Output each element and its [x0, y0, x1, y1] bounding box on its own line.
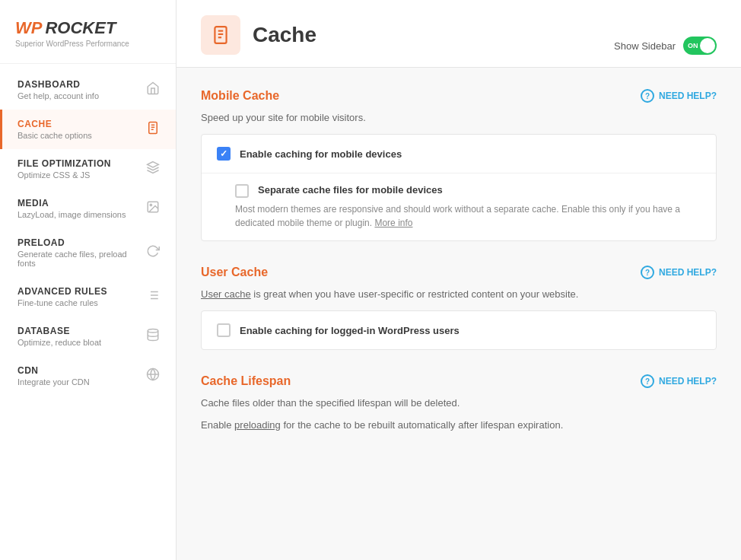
enable-logged-in-caching-row: Enable caching for logged-in WordPress u…	[202, 311, 716, 349]
mobile-cache-header: Mobile Cache ? NEED HELP?	[201, 89, 717, 103]
logo-tagline: Superior WordPress Performance	[15, 40, 161, 48]
sidebar-item-media[interactable]: MEDIA LazyLoad, image dimensions	[0, 189, 176, 228]
sidebar-item-cdn[interactable]: CDN Integrate your CDN	[0, 356, 176, 396]
database-icon	[145, 328, 161, 345]
separate-cache-mobile-checkbox[interactable]	[235, 184, 249, 198]
enable-mobile-caching-checkbox[interactable]	[217, 147, 231, 161]
main-header: Cache Show Sidebar ON	[177, 0, 741, 68]
rules-icon	[145, 288, 161, 305]
svg-marker-4	[148, 162, 159, 168]
cache-lifespan-enable-text: Enable	[201, 419, 234, 431]
user-cache-desc-rest: is great when you have user-specific or …	[251, 288, 579, 300]
logo-rocket: ROCKET	[45, 18, 116, 38]
sidebar-item-database[interactable]: DATABASE Optimize, reduce bloat	[0, 317, 176, 356]
nav-items: DASHBOARD Get help, account info CACHE B…	[0, 64, 176, 560]
sidebar-item-dashboard[interactable]: DASHBOARD Get help, account info	[0, 70, 176, 110]
cache-lifespan-header: Cache Lifespan ? NEED HELP?	[201, 374, 717, 388]
nav-title-preload: PRELOAD	[17, 237, 145, 248]
toggle-thumb	[700, 38, 715, 53]
home-icon	[145, 81, 161, 98]
logo-wp: WP	[15, 18, 42, 38]
help-circle-icon: ?	[641, 89, 654, 103]
cache-icon	[145, 121, 161, 138]
sidebar-item-advanced-rules[interactable]: ADVANCED RULES Fine-tune cache rules	[0, 277, 176, 317]
content-area: Mobile Cache ? NEED HELP? Speed up your …	[177, 68, 741, 560]
sidebar: WP ROCKET Superior WordPress Performance…	[0, 0, 177, 560]
sidebar-item-file-optimization[interactable]: FILE OPTIMIZATION Optimize CSS & JS	[0, 149, 176, 189]
svg-point-6	[150, 204, 151, 205]
user-cache-link[interactable]: User cache	[201, 288, 251, 300]
separate-cache-sub-row: Separate cache files for mobile devices …	[202, 173, 716, 240]
header-right: Show Sidebar ON	[614, 37, 717, 67]
enable-logged-in-caching-checkbox[interactable]	[217, 323, 231, 337]
mobile-cache-desc: Speed up your site for mobile visitors.	[201, 112, 717, 123]
nav-title-database: DATABASE	[17, 326, 145, 336]
nav-sub-database: Optimize, reduce bloat	[17, 338, 145, 347]
sidebar-item-preload[interactable]: PRELOAD Generate cache files, preload fo…	[0, 228, 176, 277]
need-help-label: NEED HELP?	[659, 91, 717, 101]
cache-lifespan-desc-2: Enable preloading for the cache to be re…	[201, 419, 717, 431]
nav-title-cache: CACHE	[17, 119, 145, 129]
page-title: Cache	[253, 23, 316, 47]
enable-mobile-caching-row: Enable caching for mobile devices	[202, 135, 716, 173]
user-cache-need-help[interactable]: ? NEED HELP?	[641, 266, 717, 279]
separate-cache-mobile-label: Separate cache files for mobile devices	[258, 184, 443, 196]
layers-icon	[145, 161, 161, 177]
enable-logged-in-caching-label: Enable caching for logged-in WordPress u…	[240, 325, 460, 336]
nav-sub-dashboard: Get help, account info	[17, 91, 145, 100]
need-help-label-3: NEED HELP?	[659, 376, 717, 387]
nav-sub-media: LazyLoad, image dimensions	[17, 210, 145, 219]
cache-lifespan-need-help[interactable]: ? NEED HELP?	[641, 374, 717, 388]
more-info-link[interactable]: More info	[374, 218, 412, 228]
logo: WP ROCKET	[15, 18, 161, 38]
nav-title-dashboard: DASHBOARD	[17, 79, 145, 90]
help-circle-icon-3: ?	[641, 374, 654, 388]
mobile-cache-options-card: Enable caching for mobile devices Separa…	[201, 134, 717, 241]
cache-lifespan-title: Cache Lifespan	[201, 374, 291, 388]
svg-point-13	[148, 329, 158, 333]
nav-sub-cdn: Integrate your CDN	[17, 377, 145, 387]
mobile-cache-need-help[interactable]: ? NEED HELP?	[641, 89, 717, 103]
need-help-label-2: NEED HELP?	[659, 267, 717, 278]
refresh-icon	[145, 244, 161, 261]
main-content: Cache Show Sidebar ON Mobile Cache ? NEE…	[177, 0, 741, 560]
separate-cache-mobile-desc: Most modern themes are responsive and sh…	[235, 202, 701, 230]
preloading-link[interactable]: preloading	[234, 419, 281, 431]
cache-lifespan-suffix-text: for the cache to be rebuilt automaticall…	[281, 419, 563, 431]
help-circle-icon-2: ?	[641, 266, 654, 279]
toggle-on-text: ON	[688, 42, 698, 49]
logo-area: WP ROCKET Superior WordPress Performance	[0, 0, 176, 64]
show-sidebar-label: Show Sidebar	[614, 40, 676, 52]
mobile-cache-title: Mobile Cache	[201, 89, 279, 103]
user-cache-title: User Cache	[201, 266, 268, 279]
nav-sub-advanced-rules: Fine-tune cache rules	[17, 298, 145, 307]
cache-lifespan-section: Cache Lifespan ? NEED HELP? Cache files …	[201, 374, 717, 431]
nav-sub-cache: Basic cache options	[17, 131, 145, 140]
enable-mobile-caching-label: Enable caching for mobile devices	[240, 148, 402, 160]
sidebar-item-cache[interactable]: CACHE Basic cache options	[0, 110, 176, 149]
user-cache-desc: User cache is great when you have user-s…	[201, 288, 717, 300]
nav-title-media: MEDIA	[17, 198, 145, 208]
page-icon	[201, 15, 240, 55]
image-icon	[145, 200, 161, 217]
user-cache-header: User Cache ? NEED HELP?	[201, 266, 717, 279]
toggle-track[interactable]: ON	[683, 37, 717, 55]
cdn-icon	[145, 368, 161, 384]
nav-sub-file-opt: Optimize CSS & JS	[17, 170, 145, 180]
nav-sub-preload: Generate cache files, preload fonts	[17, 250, 145, 268]
nav-title-cdn: CDN	[17, 365, 145, 376]
user-cache-options-card: Enable caching for logged-in WordPress u…	[201, 310, 717, 350]
nav-title-file-opt: FILE OPTIMIZATION	[17, 158, 145, 169]
user-cache-section: User Cache ? NEED HELP? User cache is gr…	[201, 266, 717, 350]
page-title-area: Cache	[201, 15, 316, 67]
cache-lifespan-desc-1: Cache files older than the specified lif…	[201, 397, 717, 409]
sidebar-toggle[interactable]: ON	[683, 37, 717, 55]
nav-title-advanced-rules: ADVANCED RULES	[17, 286, 145, 297]
mobile-cache-section: Mobile Cache ? NEED HELP? Speed up your …	[201, 89, 717, 241]
